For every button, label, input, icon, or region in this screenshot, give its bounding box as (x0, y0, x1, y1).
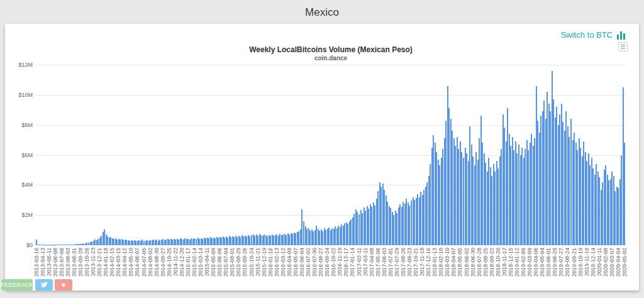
chart-subtitle: coin.dance (36, 55, 626, 62)
x-axis-label: 2017-02-11 (356, 248, 363, 287)
volume-bar (624, 143, 625, 245)
twitter-bird-icon (40, 281, 48, 289)
feedback-button[interactable]: FEEDBACK (1, 279, 33, 290)
y-axis-label: $8M (21, 122, 33, 128)
page-title: Mexico (0, 0, 644, 19)
x-axis-label: 2017-03-11 (362, 248, 369, 287)
x-axis-label: 2019-08-24 (564, 248, 571, 287)
x-axis-label: 2015-11-21 (255, 248, 262, 287)
x-axis-label: 2015-12-19 (261, 248, 268, 287)
x-axis-label: 2019-11-16 (584, 248, 591, 287)
x-axis-label: 2019-09-21 (571, 248, 578, 287)
gridline (36, 65, 626, 65)
x-axis-label: 2018-05-05 (457, 248, 464, 287)
chart-card: Switch to BTC Weekly LocalBitcoins Volum… (5, 24, 639, 290)
x-axis-label: 2017-04-08 (369, 248, 375, 287)
chart-plot-area (36, 65, 626, 245)
x-axis-label: 2017-01-14 (349, 248, 356, 287)
switch-to-btc-link[interactable]: Switch to BTC (561, 30, 613, 40)
y-axis-label: $12M (18, 62, 33, 68)
x-axis-label: 2014-08-30 (153, 248, 160, 287)
x-axis-label: 2014-08-02 (147, 248, 154, 287)
gridline (36, 95, 626, 96)
chart-title: Weekly LocalBitcoins Volume (Mexican Pes… (36, 45, 626, 54)
y-axis-label: $4M (21, 182, 33, 188)
x-axis-label: 2018-07-28 (476, 248, 483, 287)
heart-icon: ♥ (62, 282, 66, 289)
x-axis-label: 2014-06-07 (134, 248, 141, 287)
x-axis-label: 2020-05-02 (621, 248, 628, 287)
twitter-share-button[interactable] (35, 279, 53, 290)
y-axis: $0$2M$4M$6M$8M$10M$12M (5, 65, 33, 245)
y-axis-label: $2M (21, 212, 33, 218)
y-axis-label: $10M (18, 92, 33, 98)
page-header: Mexico (0, 0, 644, 24)
y-axis-label: $6M (21, 152, 33, 158)
bar-chart-icon (617, 31, 628, 40)
y-axis-label: $0 (26, 242, 33, 248)
x-axis-label: 2014-07-05 (141, 248, 148, 287)
x-axis: 2013-03-162013-04-132013-05-112013-06-08… (36, 248, 633, 289)
x-axis-label: 2019-10-19 (577, 248, 584, 287)
x-axis-label: 2015-10-24 (248, 248, 255, 287)
x-axis-label: 2018-06-02 (464, 248, 470, 287)
x-axis-label: 2018-06-30 (470, 248, 477, 287)
like-button[interactable]: ♥ (55, 279, 72, 290)
x-axis-label: 2015-09-26 (242, 248, 248, 287)
